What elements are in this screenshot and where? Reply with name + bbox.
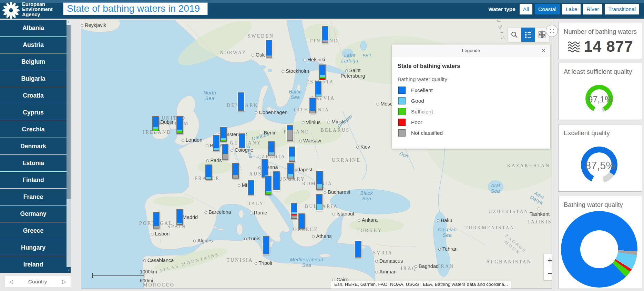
card4-title: Bathing water quality: [564, 201, 642, 209]
sidebar-scrollbar[interactable]: ∧ ∨: [67, 20, 71, 273]
quality-donut-chart: [561, 211, 637, 288]
scale-km: 1000km: [140, 269, 157, 274]
sidebar-item-cyprus[interactable]: Cyprus: [0, 104, 67, 121]
sidebar-item-belgium[interactable]: Belgium: [0, 53, 67, 70]
marker-segment: [317, 171, 322, 184]
marker-segment: [262, 160, 267, 177]
water-type-river[interactable]: River: [583, 4, 602, 14]
sidebar-item-czechia[interactable]: Czechia: [0, 121, 67, 138]
card2-title: At least sufficient quality: [564, 68, 642, 76]
scale-line: [92, 275, 144, 276]
marker-segment: [223, 154, 228, 159]
map-marker[interactable]: [289, 147, 295, 162]
marker-segment: [292, 215, 297, 218]
sidebar-item-greece[interactable]: Greece: [0, 222, 67, 239]
pager-next-button[interactable]: ▷: [62, 279, 66, 285]
country-pager: ◁ Country ▷: [4, 276, 71, 287]
map-marker[interactable]: [239, 133, 245, 148]
legend-item-good: Good: [398, 97, 544, 104]
marker-segment: [310, 111, 315, 113]
sidebar-item-croatia[interactable]: Croatia: [0, 87, 67, 104]
sidebar-item-austria[interactable]: Austria: [0, 36, 67, 53]
map-marker[interactable]: [205, 164, 212, 180]
map-marker[interactable]: [232, 163, 239, 179]
search-button[interactable]: [508, 28, 521, 42]
map-marker[interactable]: [316, 194, 323, 210]
marker-segment: [233, 164, 238, 175]
map-marker[interactable]: [273, 171, 280, 190]
map-marker[interactable]: [238, 92, 244, 111]
map-marker[interactable]: [268, 141, 275, 156]
marker-segment: [310, 98, 315, 111]
zoom-out-button[interactable]: −: [544, 267, 552, 280]
legend-subheading: Bathing water quality: [398, 76, 544, 82]
marker-segment: [177, 223, 182, 224]
map-marker[interactable]: [153, 212, 160, 229]
map-marker[interactable]: [319, 64, 326, 80]
map-marker[interactable]: [265, 176, 272, 195]
map-marker[interactable]: [263, 236, 269, 254]
marker-segment: [266, 177, 271, 191]
map-marker[interactable]: [248, 180, 254, 195]
sidebar-item-finland[interactable]: Finland: [0, 171, 67, 188]
map-marker[interactable]: [291, 203, 297, 219]
map-marker[interactable]: [176, 116, 183, 134]
marker-segment: [317, 204, 322, 210]
map-marker[interactable]: [220, 127, 227, 142]
legend-panel-header[interactable]: Légende ✕: [392, 44, 550, 57]
fullscreen-button[interactable]: [546, 25, 558, 37]
map-marker[interactable]: [322, 26, 328, 43]
sidebar-item-ireland[interactable]: Ireland: [0, 256, 67, 273]
pager-prev-button[interactable]: ◁: [9, 279, 13, 285]
map-marker[interactable]: [266, 40, 272, 58]
marker-segment: [266, 192, 271, 194]
marker-segment: [266, 40, 272, 56]
map-marker[interactable]: [355, 241, 361, 258]
map-marker[interactable]: [309, 98, 316, 113]
map-marker[interactable]: [315, 81, 321, 97]
map-marker[interactable]: [213, 135, 219, 151]
marker-segment: [288, 164, 293, 174]
marker-segment: [221, 140, 226, 141]
sidebar-item-germany[interactable]: Germany: [0, 205, 67, 222]
map-marker[interactable]: [176, 209, 183, 225]
card-number-of-bathing-waters: Number of bathing waters 14 877: [558, 22, 642, 59]
legend-button[interactable]: [521, 28, 535, 42]
water-type-lake[interactable]: Lake: [562, 4, 581, 14]
agency-name: European Environment Agency: [22, 2, 53, 17]
sidebar-item-hungary[interactable]: Hungary: [0, 239, 67, 256]
water-type-filter: Water type AllCoastalLakeRiverTransition…: [488, 4, 639, 14]
waves-icon: [567, 41, 581, 52]
map-marker[interactable]: [287, 163, 294, 179]
water-type-coastal[interactable]: Coastal: [535, 4, 560, 14]
map-attribution: Esri, HERE, Garmin, FAO, NOAA, USGS | EE…: [331, 281, 511, 289]
sidebar-item-bulgaria[interactable]: Bulgaria: [0, 70, 67, 87]
map-marker[interactable]: [222, 144, 228, 160]
sidebar-item-albania[interactable]: Albania: [0, 20, 67, 36]
card3-title: Excellent quality: [564, 129, 642, 137]
marker-segment: [289, 160, 295, 161]
marker-segment: [154, 226, 159, 228]
sidebar-item-estonia[interactable]: Estonia: [0, 154, 67, 171]
water-type-transitional[interactable]: Transitional: [605, 4, 639, 14]
map-scalebar: 1000km 600mi: [92, 269, 174, 286]
card1-title: Number of bathing waters: [559, 28, 642, 36]
scroll-down-icon[interactable]: ∨: [67, 267, 71, 273]
close-icon[interactable]: ✕: [541, 44, 546, 57]
sidebar-item-denmark[interactable]: Denmark: [0, 138, 67, 154]
map-marker[interactable]: [287, 125, 293, 141]
map-marker[interactable]: [298, 213, 305, 229]
map[interactable]: FINLANDSWEDENNORWAYESTONIALATVIALITHUANI…: [81, 20, 552, 289]
map-marker[interactable]: [262, 159, 268, 178]
map-marker[interactable]: [152, 116, 159, 131]
search-icon: [510, 31, 519, 39]
zoom-in-button[interactable]: +: [544, 254, 552, 267]
scrollbar-thumb[interactable]: [67, 25, 71, 199]
scroll-up-icon[interactable]: ∧: [67, 20, 71, 25]
sidebar-item-france[interactable]: France: [0, 188, 67, 205]
map-marker[interactable]: [316, 171, 323, 190]
water-type-all[interactable]: All: [520, 4, 532, 14]
marker-segment: [248, 181, 254, 194]
legend-label: Excellent: [411, 87, 433, 93]
marker-segment: [292, 204, 297, 212]
